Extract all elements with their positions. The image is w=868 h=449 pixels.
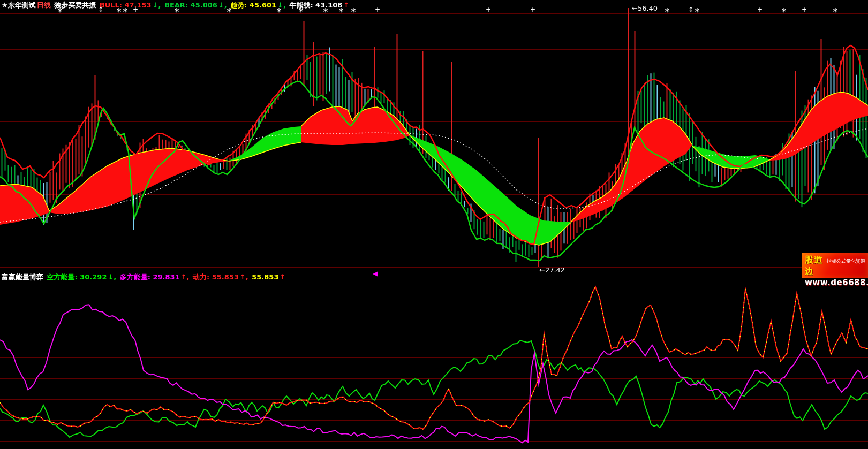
- trading-app-screen: ★东华测试日线 独步买卖共振 BULL: 47.153↓, BEAR: 45.0…: [0, 0, 868, 449]
- header-segment: 趋势: 45.601: [230, 1, 276, 9]
- indicator-header-segment: ↑,: [181, 273, 192, 281]
- watermark-brand: 股道边: [805, 255, 825, 277]
- header-segment: 牛熊线: 43.108: [289, 1, 342, 9]
- indicator-header-segment: ↑,: [240, 273, 251, 281]
- indicator-header-segment: 多方能量: 29.831: [120, 273, 180, 281]
- header-segment: ↓,: [218, 1, 229, 9]
- indicator-title-bar: 富赢能量博弈 空方能量: 30.292↓, 多方能量: 29.831↑, 动力:…: [2, 272, 286, 282]
- header-segment: ↓,: [277, 1, 288, 9]
- header-segment: ↑: [343, 1, 349, 9]
- header-segment: BULL: 47.153: [100, 1, 152, 9]
- header-segment: 日线: [37, 1, 51, 9]
- watermark-url: www.de6688.com: [805, 277, 865, 288]
- header-segment: ↓,: [153, 1, 163, 9]
- watermark-banner: 股道边 指标公式量化资源 www.de6688.com: [802, 253, 868, 278]
- indicator-header-segment: ↓,: [108, 273, 118, 281]
- header-segment: BEAR: 45.006: [164, 1, 217, 9]
- indicator-header-segment: 动力: 55.853: [193, 273, 239, 281]
- header-segment: 独步买卖共振: [52, 1, 99, 9]
- indicator-header-segment: 55.853: [252, 273, 278, 281]
- indicator-header-segment: 空方能量: 30.292: [47, 273, 107, 281]
- indicator-header-segment: ↑: [280, 273, 285, 281]
- header-segment: ★东华测试: [2, 1, 36, 9]
- price-low-annotation: ←27.42: [539, 266, 565, 274]
- main-chart-title-bar: ★东华测试日线 独步买卖共振 BULL: 47.153↓, BEAR: 45.0…: [2, 1, 350, 10]
- indicator-header-segment: 富赢能量博弈: [2, 273, 46, 281]
- watermark-tagline: 指标公式量化资源: [827, 258, 865, 265]
- price-high-annotation: ←56.40: [632, 4, 658, 12]
- chart-canvas[interactable]: [0, 0, 868, 449]
